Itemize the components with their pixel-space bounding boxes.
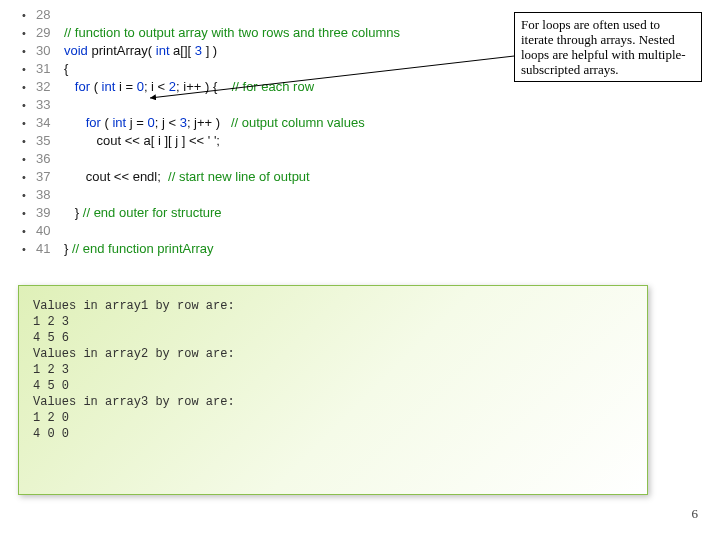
code-text: // function to output array with two row… — [64, 24, 400, 42]
code-line: •35 cout << a[ i ][ j ] << ' '; — [22, 132, 720, 150]
bullet: • — [22, 222, 36, 240]
line-number: 35 — [36, 132, 64, 150]
line-number: 31 — [36, 60, 64, 78]
line-number: 30 — [36, 42, 64, 60]
bullet: • — [22, 240, 36, 258]
code-text: cout << a[ i ][ j ] << ' '; — [64, 132, 220, 150]
line-number: 38 — [36, 186, 64, 204]
code-text: for ( int j = 0; j < 3; j++ ) // output … — [64, 114, 365, 132]
bullet: • — [22, 150, 36, 168]
bullet: • — [22, 168, 36, 186]
bullet: • — [22, 114, 36, 132]
bullet: • — [22, 132, 36, 150]
line-number: 29 — [36, 24, 64, 42]
code-line: •36 — [22, 150, 720, 168]
bullet: • — [22, 42, 36, 60]
code-text: cout << endl; // start new line of outpu… — [64, 168, 310, 186]
line-number: 28 — [36, 6, 64, 24]
bullet: • — [22, 78, 36, 96]
code-text: void printArray( int a[][ 3 ] ) — [64, 42, 217, 60]
page-number: 6 — [692, 506, 699, 522]
code-line: •41} // end function printArray — [22, 240, 720, 258]
code-line: •38 — [22, 186, 720, 204]
code-text: { — [64, 60, 68, 78]
code-line: •37 cout << endl; // start new line of o… — [22, 168, 720, 186]
code-line: •39 } // end outer for structure — [22, 204, 720, 222]
bullet: • — [22, 96, 36, 114]
bullet: • — [22, 204, 36, 222]
line-number: 36 — [36, 150, 64, 168]
line-number: 40 — [36, 222, 64, 240]
callout-box: For loops are often used to iterate thro… — [514, 12, 702, 82]
line-number: 34 — [36, 114, 64, 132]
code-text: for ( int i = 0; i < 2; i++ ) { // for e… — [64, 78, 314, 96]
line-number: 33 — [36, 96, 64, 114]
bullet: • — [22, 60, 36, 78]
bullet: • — [22, 6, 36, 24]
line-number: 39 — [36, 204, 64, 222]
code-text: } // end outer for structure — [64, 204, 222, 222]
code-text: } // end function printArray — [64, 240, 214, 258]
line-number: 41 — [36, 240, 64, 258]
program-output: Values in array1 by row are: 1 2 3 4 5 6… — [18, 285, 648, 495]
bullet: • — [22, 24, 36, 42]
code-line: •40 — [22, 222, 720, 240]
line-number: 32 — [36, 78, 64, 96]
line-number: 37 — [36, 168, 64, 186]
bullet: • — [22, 186, 36, 204]
code-line: •33 — [22, 96, 720, 114]
code-line: •34 for ( int j = 0; j < 3; j++ ) // out… — [22, 114, 720, 132]
callout-text: For loops are often used to iterate thro… — [521, 17, 686, 77]
